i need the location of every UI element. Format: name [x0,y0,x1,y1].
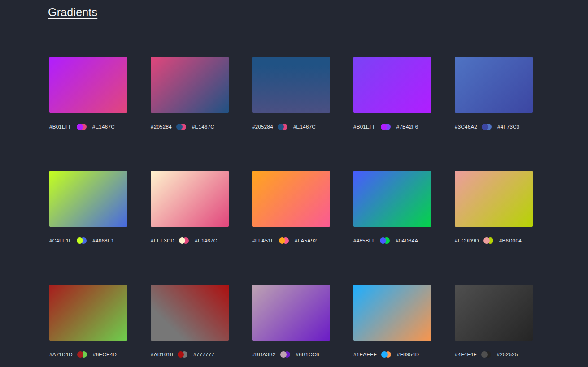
gradient-card[interactable]: #FEF3CD #E1467C [151,171,229,244]
color-dots [482,124,492,130]
from-color-dot [178,351,184,358]
gradient-label: #1EAEFF #F8954D [353,351,431,358]
from-color-dot [381,124,387,130]
gradient-swatch[interactable] [49,285,127,341]
from-color-dot [77,237,83,244]
gradient-card[interactable]: #485BFF #04D34A [353,171,431,244]
gradient-card[interactable]: #A71D1D #6ECE4D [49,285,127,358]
gradient-label: #FEF3CD #E1467C [151,237,229,244]
gradient-swatch[interactable] [151,171,229,227]
from-color-dot [77,351,83,358]
from-hex-label: #FFA51E [252,238,274,243]
color-dots [176,124,186,130]
to-hex-label: #777777 [193,352,214,357]
gradient-swatch[interactable] [353,285,431,341]
from-hex-label: #FEF3CD [151,238,174,243]
from-color-dot [381,351,388,358]
color-dots [178,351,187,358]
gradient-swatch[interactable] [455,171,533,227]
from-hex-label: #205284 [252,124,273,130]
from-hex-label: #B01EFF [353,124,376,130]
color-dots [280,351,290,358]
to-hex-label: #F8954D [397,352,419,357]
gradient-label: #A71D1D #6ECE4D [49,351,127,358]
from-color-dot [483,237,490,244]
from-hex-label: #1EAEFF [353,352,377,357]
to-hex-label: #7B42F6 [396,124,418,130]
color-dots [483,237,493,244]
page-title: Gradients [48,6,97,19]
gradient-swatch[interactable] [455,285,533,341]
gradient-card[interactable]: #BDA3B2 #6B1CC6 [252,285,330,358]
gradient-card[interactable]: #B01EFF #7B42F6 [353,57,431,130]
to-hex-label: #6B1CC6 [296,352,319,357]
from-color-dot [179,237,185,244]
gradient-label: #FFA51E #FA5A92 [252,237,330,244]
color-dots [77,237,87,244]
gradient-swatch[interactable] [353,171,431,227]
gradient-label: #3C46A2 #4F73C3 [455,123,533,130]
gradient-card[interactable]: #C4FF1E #4668E1 [49,171,127,244]
gradient-swatch[interactable] [151,57,229,113]
to-hex-label: #B6D304 [499,238,522,243]
color-dots [77,351,87,358]
gradient-card[interactable]: #EC9D9D #B6D304 [455,171,533,244]
gradient-card[interactable]: #1EAEFF #F8954D [353,285,431,358]
gradient-swatch[interactable] [455,57,533,113]
gradient-swatch[interactable] [49,171,127,227]
color-dots [279,237,289,244]
gradient-card[interactable]: #AD1010 #777777 [151,285,229,358]
gradient-card[interactable]: #3C46A2 #4F73C3 [455,57,533,130]
from-color-dot [278,124,284,130]
from-hex-label: #EC9D9D [455,238,479,243]
color-dots [179,237,189,244]
to-hex-label: #FA5A92 [295,238,317,243]
from-color-dot [176,124,183,130]
to-hex-label: #4F73C3 [497,124,519,130]
from-hex-label: #B01EFF [49,124,72,130]
gradient-label: #EC9D9D #B6D304 [455,237,533,244]
gradient-swatch[interactable] [49,57,127,113]
gradient-label: #4F4F4F #252525 [455,351,533,358]
gradient-label: #B01EFF #E1467C [49,123,127,130]
from-color-dot [279,237,285,244]
to-hex-label: #4668E1 [92,238,114,243]
to-hex-label: #6ECE4D [93,352,117,357]
gradient-swatch[interactable] [252,57,330,113]
from-hex-label: #485BFF [353,238,375,243]
gradient-label: #AD1010 #777777 [151,351,229,358]
gradient-grid: #B01EFF #E1467C #205284 #E1467C #205284 [49,57,533,358]
from-color-dot [280,351,287,358]
from-hex-label: #4F4F4F [455,352,477,357]
gradient-card[interactable]: #4F4F4F #252525 [455,285,533,358]
gradient-swatch[interactable] [252,171,330,227]
color-dots [278,124,287,130]
from-hex-label: #205284 [151,124,172,130]
color-dots [77,124,87,130]
color-dots [481,351,491,358]
gradient-card[interactable]: #205284 #E1467C [151,57,229,130]
color-dots [381,351,391,358]
gradient-swatch[interactable] [353,57,431,113]
gradient-label: #205284 #E1467C [252,123,330,130]
from-color-dot [481,351,488,358]
from-hex-label: #C4FF1E [49,238,72,243]
gradient-swatch[interactable] [151,285,229,341]
gradient-swatch[interactable] [252,285,330,341]
to-hex-label: #E1467C [92,124,115,130]
color-dots [381,124,391,130]
from-hex-label: #AD1010 [151,352,173,357]
gradient-label: #C4FF1E #4668E1 [49,237,127,244]
gradient-label: #BDA3B2 #6B1CC6 [252,351,330,358]
from-hex-label: #A71D1D [49,352,73,357]
to-hex-label: #E1467C [192,124,214,130]
to-hex-label: #04D34A [396,238,418,243]
gradient-card[interactable]: #B01EFF #E1467C [49,57,127,130]
from-color-dot [77,124,83,130]
to-hex-label: #252525 [497,352,518,357]
to-hex-label: #E1467C [293,124,316,130]
gradient-card[interactable]: #FFA51E #FA5A92 [252,171,330,244]
to-hex-label: #E1467C [195,238,217,243]
from-hex-label: #3C46A2 [455,124,477,130]
gradient-card[interactable]: #205284 #E1467C [252,57,330,130]
